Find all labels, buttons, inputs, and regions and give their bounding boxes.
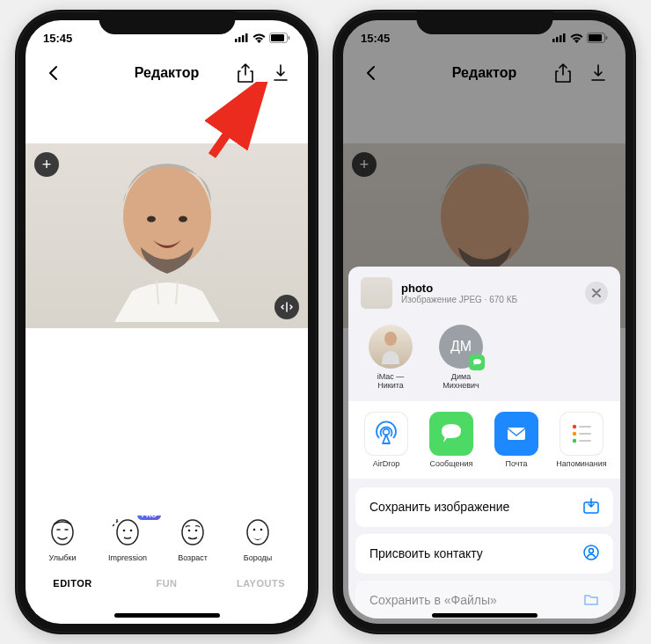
filter-smiles[interactable]: Улыбки [38,516,87,562]
sheet-meta: Изображение JPEG · 670 КБ [401,295,576,304]
sheet-thumb [361,277,392,309]
contact-dima[interactable]: ДМ Дима Михневич [435,325,487,391]
tab-editor[interactable]: EDITOR [26,567,120,599]
face-sparkle-icon [111,516,144,550]
add-photo-button[interactable]: + [34,152,59,177]
face-age-icon [176,516,209,550]
app-mail[interactable]: Почта [491,412,542,468]
svg-point-32 [384,332,397,346]
svg-rect-2 [242,35,245,42]
airdrop-icon [371,419,401,449]
svg-point-12 [117,520,138,545]
action-save-image[interactable]: Сохранить изображение [355,487,613,527]
svg-point-15 [182,520,203,545]
download-button[interactable] [267,60,294,86]
tab-layouts[interactable]: LAYOUTS [214,567,308,599]
apps-row: AirDrop Сообщения Почта Напоминания За [348,401,620,479]
svg-point-9 [147,216,156,222]
svg-point-19 [253,529,256,531]
svg-rect-40 [579,440,591,442]
filter-row[interactable]: Улыбки PRO Impression Возраст Бороды Цве… [26,516,308,562]
contact-icon [583,545,599,560]
svg-point-43 [589,548,594,553]
chevron-left-icon [48,65,58,81]
svg-rect-38 [579,426,591,428]
messages-icon [438,421,464,447]
phone-left: 15:45 Редактор [15,10,318,634]
compare-icon [281,301,293,313]
tab-fun[interactable]: FUN [120,567,214,599]
screen-left: 15:45 Редактор [26,20,308,624]
share-sheet: photo Изображение JPEG · 670 КБ iMac — Н… [348,267,620,618]
svg-point-14 [130,530,133,532]
svg-point-17 [195,530,198,532]
download-icon [273,64,289,82]
person-icon [378,329,403,364]
close-button[interactable] [585,282,608,304]
sheet-title: photo [401,282,576,295]
svg-rect-5 [271,34,284,41]
back-button[interactable] [40,60,66,86]
photo-canvas[interactable]: + [26,143,308,328]
contact-imac[interactable]: iMac — Никита [364,325,417,391]
close-icon [592,289,601,297]
mail-icon [503,421,530,447]
app-messages[interactable]: Сообщения [426,412,477,468]
svg-rect-0 [235,39,238,42]
svg-point-35 [573,424,576,428]
compare-button[interactable] [274,295,299,319]
svg-point-20 [260,529,263,531]
svg-point-18 [247,520,268,545]
home-indicator[interactable] [114,613,220,618]
svg-rect-3 [245,33,248,42]
share-button[interactable] [232,60,259,86]
svg-rect-1 [238,37,241,42]
app-reminders[interactable]: Напоминания [556,412,607,468]
folder-icon [583,591,599,607]
notch [99,10,235,34]
svg-point-8 [123,165,211,267]
signal-icon [235,33,249,42]
reminders-icon [567,420,596,448]
filter-age[interactable]: Возраст [168,516,217,562]
share-icon [238,63,253,83]
face-hair-icon [306,516,308,550]
svg-rect-6 [289,36,290,40]
sheet-header: photo Изображение JPEG · 670 КБ [348,267,620,319]
save-image-icon [583,498,599,514]
svg-point-37 [573,438,576,442]
status-indicators [235,33,290,43]
svg-rect-34 [508,428,525,440]
svg-point-13 [123,530,126,532]
notch [416,10,552,34]
svg-rect-39 [579,433,591,435]
filter-haircolor[interactable]: Цвета в [298,516,308,562]
status-time: 15:45 [43,32,72,45]
filter-beard[interactable]: Бороды [233,516,282,562]
pro-badge: PRO [137,516,161,520]
svg-point-36 [573,431,576,435]
svg-point-16 [188,530,191,532]
wifi-icon [252,33,266,43]
messages-badge-icon [469,355,485,370]
filter-impression[interactable]: PRO Impression [103,516,152,562]
svg-point-10 [179,216,187,222]
phone-right: 15:45 Редактор + [333,10,636,634]
home-indicator[interactable] [432,613,538,618]
tabs: EDITOR FUN LAYOUTS [26,567,308,599]
screen-right: 15:45 Редактор + [343,20,625,624]
photo-content [97,150,238,322]
app-airdrop[interactable]: AirDrop [361,412,412,468]
action-assign-contact[interactable]: Присвоить контакту [355,534,613,574]
battery-icon [269,33,290,43]
face-beard-icon [241,516,274,550]
contacts-row: iMac — Никита ДМ Дима Михневич [348,319,620,402]
header: Редактор [26,55,308,91]
face-icon [46,516,79,550]
